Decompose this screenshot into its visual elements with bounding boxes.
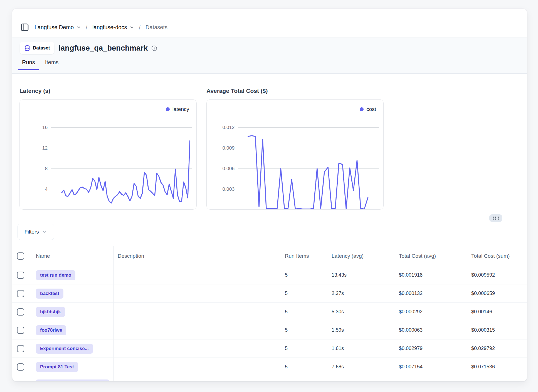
- dataset-runs-panel: Langfuse Demo / langfuse-docs / Datasets…: [12, 8, 527, 381]
- column-header-total-cost-avg[interactable]: Total Cost (avg): [392, 253, 465, 259]
- breadcrumb: Langfuse Demo / langfuse-docs / Datasets: [34, 23, 167, 31]
- column-header-total-cost-sum[interactable]: Total Cost (sum): [465, 253, 527, 259]
- run-description-cell: [114, 358, 278, 376]
- top-navigation-bar: Langfuse Demo / langfuse-docs / Datasets: [12, 9, 527, 38]
- sidebar-toggle-button[interactable]: [20, 23, 29, 32]
- runs-table-body: test run demo 5 13.43s $0.001918 $0.0095…: [12, 266, 527, 376]
- run-description-cell: [114, 266, 278, 284]
- run-name-badge[interactable]: foo78riwe: [36, 325, 66, 335]
- table-row: Experiment concise... 5 1.61s $0.002979 …: [12, 339, 527, 358]
- cost-chart-title: Average Total Cost ($): [206, 88, 384, 94]
- run-name-badge[interactable]: backtest: [36, 289, 63, 299]
- total-cost-sum-cell: $0.000315: [465, 327, 527, 333]
- filters-button[interactable]: Filters: [18, 224, 54, 240]
- total-cost-sum-cell: $0.029792: [465, 346, 527, 351]
- table-row-partial: [12, 376, 527, 381]
- run-items-cell: 5: [278, 346, 325, 351]
- total-cost-sum-cell: $0.071536: [465, 364, 527, 370]
- grip-dots-icon: [493, 217, 499, 220]
- legend-label: cost: [366, 106, 376, 112]
- info-icon[interactable]: [151, 45, 157, 51]
- section-resize-handle[interactable]: [489, 214, 502, 222]
- run-description-cell: [114, 321, 278, 339]
- row-checkbox[interactable]: [17, 290, 24, 297]
- page-title: langfuse_qa_benchmark: [58, 44, 148, 53]
- breadcrumb-env-label: langfuse-docs: [92, 24, 127, 31]
- run-description-cell: [114, 284, 278, 302]
- chevron-down-icon: [129, 25, 134, 30]
- column-header-name[interactable]: Name: [31, 246, 114, 266]
- breadcrumb-page-datasets[interactable]: Datasets: [145, 24, 167, 31]
- run-name-badge[interactable]: test run demo: [36, 270, 75, 280]
- database-icon: [24, 45, 30, 51]
- cost-chart-legend: cost: [360, 106, 376, 112]
- total-cost-avg-cell: $0.007154: [392, 364, 465, 370]
- breadcrumb-project-selector[interactable]: Langfuse Demo: [34, 24, 81, 31]
- total-cost-sum-cell: $0.00146: [465, 309, 527, 315]
- row-checkbox[interactable]: [17, 272, 24, 279]
- latency-avg-cell: 1.59s: [325, 327, 392, 333]
- svg-text:0.012: 0.012: [223, 125, 235, 130]
- run-name-badge[interactable]: Experiment concise...: [36, 344, 93, 354]
- tab-runs[interactable]: Runs: [22, 58, 35, 70]
- table-row: Prompt 81 Test 5 7.68s $0.007154 $0.0715…: [12, 358, 527, 376]
- svg-text:4: 4: [45, 186, 48, 192]
- total-cost-sum-cell: $0.009592: [465, 272, 527, 278]
- row-checkbox[interactable]: [17, 363, 24, 371]
- run-name-badge[interactable]: Prompt 81 Test: [36, 362, 78, 372]
- table-row: backtest 5 2.37s $0.000132 $0.000659: [12, 284, 527, 303]
- cost-chart-block: Average Total Cost ($) 0.0120.0090.0060.…: [206, 88, 384, 218]
- legend-dot-icon: [166, 107, 170, 111]
- latency-chart-block: Latency (s) 161284 latency: [19, 88, 197, 218]
- charts-section: Latency (s) 161284 latency Average Total…: [12, 74, 527, 218]
- svg-text:0.006: 0.006: [223, 166, 235, 171]
- latency-avg-cell: 2.37s: [325, 291, 392, 296]
- tab-items[interactable]: Items: [45, 58, 59, 70]
- column-header-description[interactable]: Description: [114, 246, 278, 266]
- svg-text:8: 8: [45, 166, 48, 171]
- filters-bar: Filters: [12, 218, 527, 246]
- select-all-checkbox[interactable]: [17, 252, 24, 260]
- latency-line-plot: 161284: [20, 100, 196, 209]
- latency-avg-cell: 1.61s: [325, 346, 392, 351]
- runs-table: Name Description Run Items Latency (avg)…: [12, 246, 527, 381]
- table-row: foo78riwe 5 1.59s $0.000063 $0.000315: [12, 321, 527, 339]
- filters-button-label: Filters: [24, 229, 39, 235]
- row-checkbox[interactable]: [17, 345, 24, 352]
- run-name-badge[interactable]: hjkfdshjk: [36, 307, 65, 317]
- svg-text:12: 12: [42, 145, 48, 151]
- run-items-cell: 5: [278, 272, 325, 278]
- svg-text:16: 16: [42, 125, 48, 130]
- total-cost-sum-cell: $0.000659: [465, 291, 527, 296]
- column-header-run-items[interactable]: Run Items: [278, 253, 325, 259]
- dataset-header: Dataset langfuse_qa_benchmark Runs Items: [12, 38, 527, 74]
- dataset-badge-label: Dataset: [33, 45, 50, 51]
- dataset-type-badge: Dataset: [20, 42, 54, 54]
- panel-left-icon: [20, 23, 29, 32]
- run-items-cell: 5: [278, 309, 325, 315]
- run-description-cell: [114, 339, 278, 358]
- legend-label: latency: [172, 106, 189, 112]
- row-checkbox[interactable]: [17, 327, 24, 334]
- column-header-latency-avg[interactable]: Latency (avg): [325, 253, 392, 259]
- run-items-cell: 5: [278, 364, 325, 370]
- latency-chart-legend: latency: [166, 106, 189, 112]
- cost-chart: 0.0120.0090.0060.003 cost: [206, 99, 384, 210]
- breadcrumb-separator: /: [139, 23, 141, 31]
- row-checkbox[interactable]: [17, 308, 24, 316]
- latency-avg-cell: 5.30s: [325, 309, 392, 315]
- run-name-badge[interactable]: [36, 379, 109, 381]
- run-items-cell: 5: [278, 291, 325, 296]
- total-cost-avg-cell: $0.002979: [392, 346, 465, 351]
- cost-line-plot: 0.0120.0090.0060.003: [207, 100, 383, 209]
- latency-avg-cell: 7.68s: [325, 364, 392, 370]
- chevron-down-icon: [76, 25, 81, 30]
- table-row: test run demo 5 13.43s $0.001918 $0.0095…: [12, 266, 527, 284]
- breadcrumb-project-label: Langfuse Demo: [34, 24, 74, 31]
- run-description-cell: [114, 303, 278, 321]
- latency-avg-cell: 13.43s: [325, 272, 392, 278]
- breadcrumb-env-selector[interactable]: langfuse-docs: [92, 24, 134, 31]
- svg-text:0.009: 0.009: [223, 145, 235, 151]
- total-cost-avg-cell: $0.000063: [392, 327, 465, 333]
- run-items-cell: 5: [278, 327, 325, 333]
